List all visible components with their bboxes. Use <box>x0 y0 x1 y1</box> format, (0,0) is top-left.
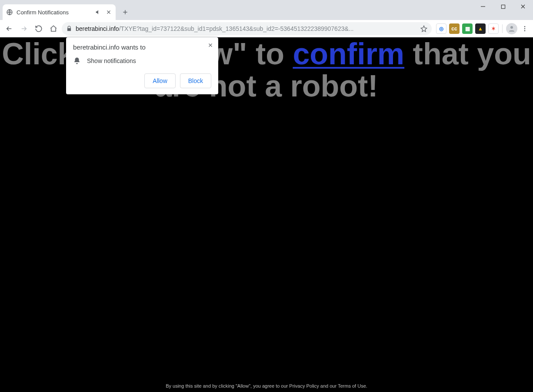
ext-spiral-icon[interactable]: ◎ <box>436 23 446 34</box>
tab-close-icon[interactable] <box>105 9 112 16</box>
permission-request-row: Show notifications <box>73 57 211 65</box>
globe-icon <box>6 9 13 16</box>
window-controls <box>473 0 533 13</box>
notification-permission-dialog: beretrabinci.info wants to Show notifica… <box>66 37 218 94</box>
nav-home-button[interactable] <box>47 22 60 35</box>
svg-point-5 <box>524 30 526 31</box>
bell-icon <box>73 57 81 65</box>
toolbar-divider <box>502 24 503 33</box>
extension-icons: ◎cc▦▲✶ <box>433 23 499 34</box>
permission-origin-text: beretrabinci.info wants to <box>73 43 211 51</box>
nav-forward-button[interactable] <box>17 22 30 35</box>
permission-request-text: Show notifications <box>87 57 136 64</box>
svg-point-4 <box>524 28 526 29</box>
headline-confirm-link[interactable]: confirm <box>293 37 404 71</box>
nav-reload-button[interactable] <box>32 22 45 35</box>
browser-tab-active[interactable]: Confirm Notifications <box>3 4 116 20</box>
url-host: beretrabinci.info <box>76 25 119 32</box>
browser-toolbar: beretrabinci.info/TXYE?tag_id=737122&sub… <box>0 20 533 37</box>
svg-point-3 <box>524 26 526 27</box>
permission-block-button[interactable]: Block <box>180 73 211 88</box>
page-footer-text: By using this site and by clicking "Allo… <box>0 383 533 389</box>
svg-rect-1 <box>501 5 505 8</box>
svg-point-2 <box>510 26 513 29</box>
url-path: /TXYE?tag_id=737122&sub_id1=pdsk_1365143… <box>119 25 354 32</box>
tab-title: Confirm Notifications <box>17 9 91 16</box>
window-maximize-button[interactable] <box>493 0 513 13</box>
permission-close-button[interactable] <box>206 41 215 50</box>
address-bar-url: beretrabinci.info/TXYE?tag_id=737122&sub… <box>76 25 353 32</box>
window-minimize-button[interactable] <box>473 0 493 13</box>
new-tab-button[interactable] <box>119 6 131 18</box>
ext-doc-icon[interactable]: ▦ <box>462 23 473 34</box>
address-bar[interactable]: beretrabinci.info/TXYE?tag_id=737122&sub… <box>62 22 432 35</box>
tab-audio-muted-icon[interactable] <box>95 9 102 16</box>
ext-a-icon[interactable]: ▲ <box>475 23 486 34</box>
nav-back-button[interactable] <box>3 22 16 35</box>
profile-avatar-button[interactable] <box>506 23 517 34</box>
permission-allow-button[interactable]: Allow <box>144 73 175 88</box>
lock-icon[interactable] <box>66 26 72 32</box>
ext-cc-icon[interactable]: cc <box>449 23 460 34</box>
browser-menu-button[interactable] <box>519 23 530 34</box>
window-close-button[interactable] <box>513 0 533 13</box>
permission-actions: Allow Block <box>73 73 211 88</box>
bookmark-star-icon[interactable] <box>420 25 427 32</box>
ext-paint-icon[interactable]: ✶ <box>488 23 499 34</box>
browser-tab-strip: Confirm Notifications <box>0 0 533 20</box>
